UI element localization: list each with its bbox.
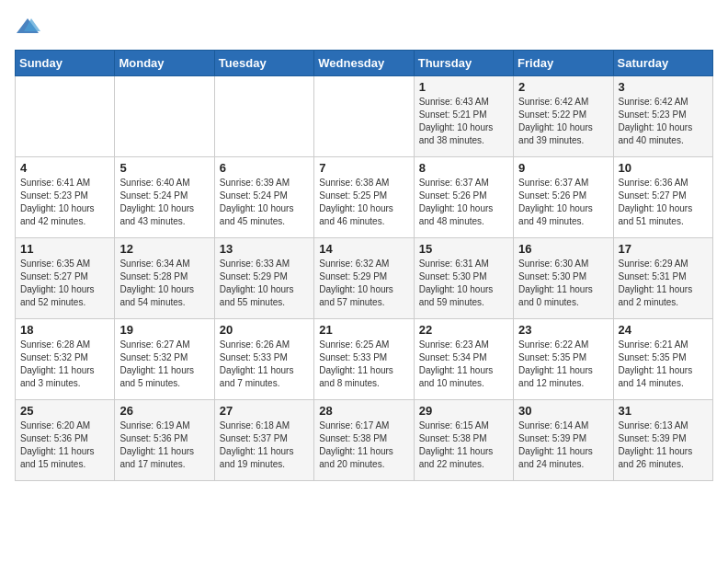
calendar-cell: 19Sunrise: 6:27 AM Sunset: 5:32 PM Dayli… bbox=[115, 319, 214, 400]
day-info: Sunrise: 6:22 AM Sunset: 5:35 PM Dayligh… bbox=[518, 339, 608, 390]
calendar-cell: 31Sunrise: 6:13 AM Sunset: 5:39 PM Dayli… bbox=[613, 400, 712, 481]
calendar-cell: 23Sunrise: 6:22 AM Sunset: 5:35 PM Dayli… bbox=[514, 319, 613, 400]
calendar-week-row: 11Sunrise: 6:35 AM Sunset: 5:27 PM Dayli… bbox=[16, 238, 713, 319]
day-number: 15 bbox=[419, 242, 508, 256]
day-number: 10 bbox=[619, 161, 708, 175]
day-info: Sunrise: 6:28 AM Sunset: 5:32 PM Dayligh… bbox=[20, 339, 109, 390]
day-number: 11 bbox=[20, 242, 109, 256]
day-of-week-header: Wednesday bbox=[314, 51, 414, 76]
day-of-week-header: Thursday bbox=[414, 51, 513, 76]
logo-icon bbox=[15, 15, 40, 40]
calendar-cell: 21Sunrise: 6:25 AM Sunset: 5:33 PM Dayli… bbox=[314, 319, 414, 400]
calendar-cell: 12Sunrise: 6:34 AM Sunset: 5:28 PM Dayli… bbox=[115, 238, 214, 319]
calendar-week-row: 4Sunrise: 6:41 AM Sunset: 5:23 PM Daylig… bbox=[16, 157, 713, 238]
calendar-cell: 4Sunrise: 6:41 AM Sunset: 5:23 PM Daylig… bbox=[16, 157, 115, 238]
day-number: 30 bbox=[518, 404, 608, 418]
logo bbox=[15, 15, 44, 40]
day-number: 27 bbox=[220, 404, 309, 418]
day-of-week-header: Monday bbox=[115, 51, 214, 76]
calendar-cell: 14Sunrise: 6:32 AM Sunset: 5:29 PM Dayli… bbox=[314, 238, 414, 319]
day-info: Sunrise: 6:40 AM Sunset: 5:24 PM Dayligh… bbox=[119, 177, 209, 228]
day-number: 1 bbox=[419, 80, 508, 94]
calendar-cell: 25Sunrise: 6:20 AM Sunset: 5:36 PM Dayli… bbox=[16, 400, 115, 481]
calendar-cell: 9Sunrise: 6:37 AM Sunset: 5:26 PM Daylig… bbox=[514, 157, 613, 238]
page-header bbox=[15, 15, 713, 40]
day-number: 8 bbox=[419, 161, 508, 175]
day-of-week-header: Saturday bbox=[613, 51, 712, 76]
calendar-cell: 6Sunrise: 6:39 AM Sunset: 5:24 PM Daylig… bbox=[214, 157, 313, 238]
day-of-week-header: Tuesday bbox=[214, 51, 313, 76]
calendar-cell: 13Sunrise: 6:33 AM Sunset: 5:29 PM Dayli… bbox=[214, 238, 313, 319]
day-number: 29 bbox=[419, 404, 508, 418]
calendar-cell: 10Sunrise: 6:36 AM Sunset: 5:27 PM Dayli… bbox=[613, 157, 712, 238]
header-row: SundayMondayTuesdayWednesdayThursdayFrid… bbox=[16, 51, 713, 76]
calendar-cell: 17Sunrise: 6:29 AM Sunset: 5:31 PM Dayli… bbox=[613, 238, 712, 319]
day-number: 24 bbox=[619, 323, 708, 337]
day-number: 5 bbox=[119, 161, 209, 175]
day-info: Sunrise: 6:37 AM Sunset: 5:26 PM Dayligh… bbox=[419, 177, 508, 228]
day-info: Sunrise: 6:26 AM Sunset: 5:33 PM Dayligh… bbox=[220, 339, 309, 390]
calendar-cell: 16Sunrise: 6:30 AM Sunset: 5:30 PM Dayli… bbox=[514, 238, 613, 319]
day-number: 6 bbox=[220, 161, 309, 175]
day-number: 13 bbox=[220, 242, 309, 256]
calendar-cell: 27Sunrise: 6:18 AM Sunset: 5:37 PM Dayli… bbox=[214, 400, 313, 481]
calendar-cell: 1Sunrise: 6:43 AM Sunset: 5:21 PM Daylig… bbox=[414, 76, 513, 157]
day-number: 9 bbox=[518, 161, 608, 175]
calendar-cell: 7Sunrise: 6:38 AM Sunset: 5:25 PM Daylig… bbox=[314, 157, 414, 238]
calendar-cell: 22Sunrise: 6:23 AM Sunset: 5:34 PM Dayli… bbox=[414, 319, 513, 400]
day-number: 14 bbox=[319, 242, 408, 256]
day-info: Sunrise: 6:29 AM Sunset: 5:31 PM Dayligh… bbox=[619, 258, 708, 309]
calendar-cell: 26Sunrise: 6:19 AM Sunset: 5:36 PM Dayli… bbox=[115, 400, 214, 481]
calendar-week-row: 25Sunrise: 6:20 AM Sunset: 5:36 PM Dayli… bbox=[16, 400, 713, 481]
day-number: 17 bbox=[619, 242, 708, 256]
day-number: 31 bbox=[619, 404, 708, 418]
day-number: 18 bbox=[20, 323, 109, 337]
day-info: Sunrise: 6:33 AM Sunset: 5:29 PM Dayligh… bbox=[220, 258, 309, 309]
day-info: Sunrise: 6:42 AM Sunset: 5:22 PM Dayligh… bbox=[518, 96, 608, 147]
day-number: 7 bbox=[319, 161, 408, 175]
day-info: Sunrise: 6:32 AM Sunset: 5:29 PM Dayligh… bbox=[319, 258, 408, 309]
calendar-cell: 2Sunrise: 6:42 AM Sunset: 5:22 PM Daylig… bbox=[514, 76, 613, 157]
calendar-cell: 29Sunrise: 6:15 AM Sunset: 5:38 PM Dayli… bbox=[414, 400, 513, 481]
calendar-cell bbox=[314, 76, 414, 157]
calendar-cell: 5Sunrise: 6:40 AM Sunset: 5:24 PM Daylig… bbox=[115, 157, 214, 238]
day-number: 28 bbox=[319, 404, 408, 418]
day-info: Sunrise: 6:13 AM Sunset: 5:39 PM Dayligh… bbox=[619, 419, 708, 471]
day-number: 19 bbox=[119, 323, 209, 337]
day-info: Sunrise: 6:42 AM Sunset: 5:23 PM Dayligh… bbox=[619, 96, 708, 147]
day-info: Sunrise: 6:18 AM Sunset: 5:37 PM Dayligh… bbox=[220, 419, 309, 471]
calendar-week-row: 1Sunrise: 6:43 AM Sunset: 5:21 PM Daylig… bbox=[16, 76, 713, 157]
day-info: Sunrise: 6:15 AM Sunset: 5:38 PM Dayligh… bbox=[419, 419, 508, 471]
day-of-week-header: Sunday bbox=[16, 51, 115, 76]
calendar-cell: 11Sunrise: 6:35 AM Sunset: 5:27 PM Dayli… bbox=[16, 238, 115, 319]
day-info: Sunrise: 6:31 AM Sunset: 5:30 PM Dayligh… bbox=[419, 258, 508, 309]
day-info: Sunrise: 6:30 AM Sunset: 5:30 PM Dayligh… bbox=[518, 258, 608, 309]
day-info: Sunrise: 6:27 AM Sunset: 5:32 PM Dayligh… bbox=[119, 339, 209, 390]
day-info: Sunrise: 6:21 AM Sunset: 5:35 PM Dayligh… bbox=[619, 339, 708, 390]
day-info: Sunrise: 6:39 AM Sunset: 5:24 PM Dayligh… bbox=[220, 177, 309, 228]
calendar-cell bbox=[16, 76, 115, 157]
day-of-week-header: Friday bbox=[514, 51, 613, 76]
calendar-table: SundayMondayTuesdayWednesdayThursdayFrid… bbox=[15, 50, 713, 481]
calendar-cell: 20Sunrise: 6:26 AM Sunset: 5:33 PM Dayli… bbox=[214, 319, 313, 400]
day-number: 4 bbox=[20, 161, 109, 175]
calendar-cell: 24Sunrise: 6:21 AM Sunset: 5:35 PM Dayli… bbox=[613, 319, 712, 400]
day-info: Sunrise: 6:38 AM Sunset: 5:25 PM Dayligh… bbox=[319, 177, 408, 228]
calendar-cell: 3Sunrise: 6:42 AM Sunset: 5:23 PM Daylig… bbox=[613, 76, 712, 157]
day-info: Sunrise: 6:35 AM Sunset: 5:27 PM Dayligh… bbox=[20, 258, 109, 309]
day-number: 20 bbox=[220, 323, 309, 337]
day-number: 26 bbox=[119, 404, 209, 418]
day-number: 23 bbox=[518, 323, 608, 337]
day-info: Sunrise: 6:19 AM Sunset: 5:36 PM Dayligh… bbox=[119, 419, 209, 471]
calendar-week-row: 18Sunrise: 6:28 AM Sunset: 5:32 PM Dayli… bbox=[16, 319, 713, 400]
calendar-cell bbox=[115, 76, 214, 157]
day-info: Sunrise: 6:17 AM Sunset: 5:38 PM Dayligh… bbox=[319, 419, 408, 471]
day-info: Sunrise: 6:34 AM Sunset: 5:28 PM Dayligh… bbox=[119, 258, 209, 309]
calendar-cell: 15Sunrise: 6:31 AM Sunset: 5:30 PM Dayli… bbox=[414, 238, 513, 319]
day-info: Sunrise: 6:41 AM Sunset: 5:23 PM Dayligh… bbox=[20, 177, 109, 228]
day-info: Sunrise: 6:43 AM Sunset: 5:21 PM Dayligh… bbox=[419, 96, 508, 147]
calendar-cell: 30Sunrise: 6:14 AM Sunset: 5:39 PM Dayli… bbox=[514, 400, 613, 481]
day-number: 22 bbox=[419, 323, 508, 337]
day-info: Sunrise: 6:20 AM Sunset: 5:36 PM Dayligh… bbox=[20, 419, 109, 471]
day-number: 21 bbox=[319, 323, 408, 337]
